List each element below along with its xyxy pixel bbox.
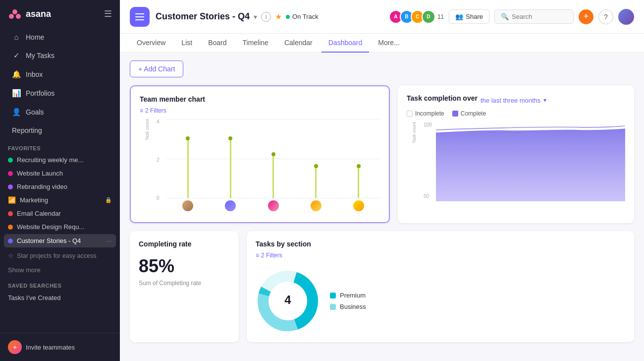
- period-selector[interactable]: the last three months: [481, 97, 540, 104]
- add-chart-button[interactable]: + Add Chart: [130, 60, 183, 77]
- period-chevron-icon[interactable]: ▾: [543, 97, 546, 104]
- tab-calendar[interactable]: Calendar: [277, 34, 320, 53]
- tab-more[interactable]: More...: [371, 34, 407, 53]
- sidebar-item-my-tasks[interactable]: ✓ My Tasks: [4, 47, 116, 64]
- tab-timeline[interactable]: Timeline: [236, 34, 275, 53]
- team-chart-filters[interactable]: ≡ 2 Filters: [140, 107, 380, 114]
- avatar-stack: A B C D 11: [389, 10, 444, 24]
- favorites-section-label: Favorites: [0, 139, 120, 153]
- hamburger-icon: [135, 13, 144, 20]
- search-bar[interactable]: 🔍: [494, 9, 574, 24]
- sidebar-item-goals[interactable]: 👤 Goals: [4, 103, 116, 121]
- fav-customer-stories-label: Customer Stories - Q4: [17, 237, 81, 244]
- task-completion-title: Task completion over: [407, 94, 478, 102]
- sidebar-item-inbox[interactable]: 🔔 Inbox: [4, 65, 116, 83]
- info-icon[interactable]: i: [261, 12, 271, 22]
- topbar: Customer Stories - Q4 ▾ i ★ On Track A B…: [120, 0, 644, 34]
- team-chart-filters-label: 2 Filters: [145, 107, 166, 114]
- fav-website-launch-label: Website Launch: [17, 170, 63, 177]
- reporting-label: Reporting: [12, 126, 42, 134]
- star-favorite-icon[interactable]: ★: [275, 12, 282, 21]
- title-chevron-icon[interactable]: ▾: [254, 13, 257, 21]
- legend-incomplete-label: Incomplete: [415, 110, 444, 117]
- invite-teammates-button[interactable]: + Invite teammates: [0, 333, 120, 361]
- incomplete-line: [436, 124, 625, 126]
- sidebar-header: asana ☰: [0, 0, 120, 28]
- goals-icon: 👤: [12, 108, 21, 117]
- area-y-axis-label: Task count: [412, 122, 417, 143]
- show-more-button[interactable]: Show more: [0, 263, 120, 277]
- tab-overview[interactable]: Overview: [130, 34, 172, 53]
- fav-recruiting-label: Recruiting weekly me...: [17, 156, 83, 164]
- donut-legend: Premium Business: [330, 292, 366, 310]
- bar-stick-4: [315, 167, 317, 198]
- legend-premium-label: Premium: [340, 292, 366, 299]
- task-completion-card: Task completion over the last three mont…: [398, 85, 634, 223]
- sidebar-fav-website-launch[interactable]: Website Launch: [0, 167, 120, 180]
- share-button[interactable]: 👥 Share: [449, 9, 489, 24]
- star-icon-hint: ☆: [8, 252, 14, 259]
- star-projects-hint: ☆ Star projects for easy access: [0, 248, 120, 263]
- bar-avatar-5: [352, 199, 365, 212]
- avatar-count: 11: [437, 13, 444, 20]
- sidebar-fav-website-design[interactable]: Website Design Requ...: [0, 220, 120, 234]
- asana-logo-icon: [8, 7, 22, 21]
- complete-area: [436, 128, 625, 201]
- tab-list[interactable]: List: [174, 34, 199, 53]
- bar-group-4: [314, 119, 318, 198]
- search-input[interactable]: [512, 13, 567, 20]
- bar-dot-5: [357, 164, 361, 168]
- legend-complete: Complete: [452, 110, 486, 117]
- bar-avatar-3: [267, 199, 280, 212]
- project-menu-button[interactable]: [130, 7, 150, 27]
- sidebar-fav-marketing[interactable]: 📶 Marketing 🔒: [0, 193, 120, 207]
- user-avatar[interactable]: [618, 9, 634, 25]
- bar-chart-content: 4 2 0: [157, 119, 380, 213]
- search-icon: 🔍: [501, 13, 509, 20]
- tab-board[interactable]: Board: [201, 34, 233, 53]
- sidebar-item-reporting[interactable]: Reporting: [4, 122, 116, 139]
- sidebar-fav-email-calendar[interactable]: Email Calendar: [0, 207, 120, 220]
- area-y-100: 100: [424, 122, 436, 127]
- task-completion-legend: Incomplete Complete: [407, 110, 625, 117]
- team-member-chart-card: Team member chart ≡ 2 Filters Task count…: [130, 85, 390, 223]
- help-button[interactable]: ?: [598, 9, 613, 24]
- sidebar-fav-recruiting[interactable]: Recruiting weekly me...: [0, 153, 120, 167]
- inbox-label: Inbox: [26, 70, 43, 78]
- donut-center-value: 4: [284, 293, 291, 306]
- sidebar-toggle-button[interactable]: ☰: [104, 8, 112, 19]
- legend-incomplete-box: [407, 111, 413, 117]
- sidebar-item-portfolios[interactable]: 📊 Portfolios: [4, 84, 116, 102]
- invite-teammates-label: Invite teammates: [26, 344, 75, 351]
- bar-chart-icon: 📶: [8, 196, 16, 204]
- add-button[interactable]: +: [579, 9, 593, 24]
- donut-chart: 4: [256, 269, 320, 333]
- bar-group-5: [357, 119, 361, 198]
- more-dots-icon[interactable]: ···: [107, 237, 112, 244]
- sidebar-fav-customer-stories[interactable]: Customer Stories - Q4 ···: [4, 234, 116, 247]
- sidebar-fav-rebranding[interactable]: Rebranding video: [0, 180, 120, 193]
- status-badge: On Track: [286, 13, 319, 20]
- legend-business: Business: [330, 303, 366, 310]
- tasks-by-section-filters[interactable]: ≡ 2 Filters: [256, 252, 625, 259]
- y-labels: 4 2 0: [157, 119, 166, 198]
- filter-icon: ≡: [140, 107, 143, 114]
- bar-dot-3: [271, 152, 275, 156]
- bar-group-1: [186, 119, 190, 198]
- dot-business: [330, 304, 336, 310]
- complete-line: [436, 125, 625, 130]
- dot-website-launch: [8, 171, 13, 176]
- y-axis-label: Task count: [145, 119, 150, 140]
- y-label-4: 4: [157, 119, 166, 124]
- my-tasks-label: My Tasks: [26, 52, 54, 60]
- tab-dashboard[interactable]: Dashboard: [322, 34, 370, 53]
- svg-point-0: [12, 9, 17, 14]
- sidebar-item-home[interactable]: ⌂ Home: [4, 28, 116, 46]
- tasks-created-item[interactable]: Tasks I've Created: [0, 291, 120, 305]
- completing-rate-subtitle: Sum of Completing rate: [139, 280, 230, 287]
- avatar-4: D: [422, 10, 435, 24]
- filter-icon-2: ≡: [256, 252, 259, 259]
- bar-dot-4: [314, 164, 318, 168]
- bar-group-2: [228, 119, 232, 198]
- y-axis: Task count: [140, 119, 155, 213]
